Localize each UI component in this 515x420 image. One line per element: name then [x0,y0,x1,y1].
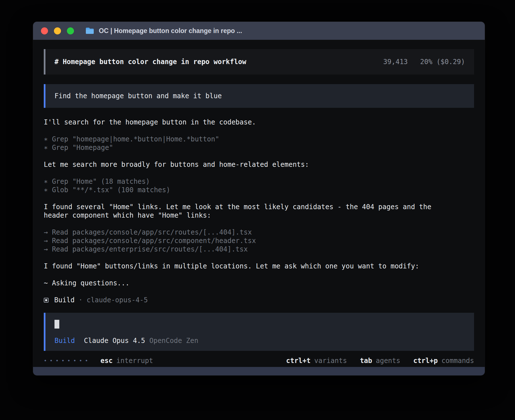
tool-call-group: → Read packages/console/app/src/routes/[… [44,228,474,253]
terminal-window: OC | Homepage button color change in rep… [33,22,485,375]
user-message-text: Find the homepage button and make it blu… [54,92,222,100]
tool-call-line: ∗ Glob "**/*.tsx" (100 matches) [44,186,474,194]
shortcut-variants: ctrl+tvariants [286,356,347,365]
shortcut-key: ctrl+p [413,356,438,365]
tool-call-text: Grep "homepage|home.*button|Home.*button… [52,135,219,143]
model-label: Claude Opus 4.5 [84,336,145,345]
agent-icon [44,298,49,303]
shortcut-agents: tabagents [360,356,400,365]
text-cursor [54,320,59,329]
tool-call-text: Grep "Home" (18 matches) [52,178,150,185]
esc-label: interrupt [116,356,153,365]
tool-prefix-icon: ∗ [44,178,48,185]
tool-call-line: → Read packages/console/app/src/componen… [44,237,474,245]
shortcut-key: tab [360,356,372,365]
shortcut-label: commands [441,356,474,365]
tool-call-text: Read packages/console/app/src/routes/[..… [52,228,252,236]
tool-call-group: ∗ Grep "homepage|home.*button|Home.*butt… [44,135,474,152]
asking-status: ~ Asking questions... [44,279,474,287]
shortcut-label: variants [314,356,347,365]
tool-call-line: ∗ Grep "homepage|home.*button|Home.*butt… [44,135,474,143]
shortcut-label: agents [376,356,400,365]
session-header: # Homepage button color change in repo w… [44,49,474,75]
agent-status-line: Build · claude-opus-4-5 [44,296,474,304]
tool-call-line: ∗ Grep "Home" (18 matches) [44,177,474,186]
tool-call-line: ∗ Grep "Homepage" [44,143,474,152]
status-bar-left: •••••••• esc interrupt [44,355,153,367]
assistant-text-line: I found several "Home" links. Let me loo… [44,203,474,220]
tool-call-group: ∗ Grep "Home" (18 matches) ∗ Glob "**/*.… [44,177,474,194]
read-arrow-icon: → [44,228,48,236]
tool-call-text: Read packages/enterprise/src/routes/[...… [52,245,248,253]
window-footer-strip [33,367,485,375]
shortcut-key: ctrl+t [286,356,311,365]
close-button[interactable] [41,27,48,34]
status-bar: •••••••• esc interrupt ctrl+tvariants ta… [44,355,474,367]
prompt-input[interactable]: Build Claude Opus 4.5 OpenCode Zen [44,313,474,351]
assistant-text: I found several "Home" links. Let me loo… [44,203,474,220]
agent-icon-inner [45,299,47,301]
tool-prefix-icon: ∗ [44,186,48,194]
token-count: 39,413 [383,58,408,66]
status-bar-right: ctrl+tvariants tabagents ctrl+pcommands [273,356,474,365]
folder-icon [85,27,94,34]
tool-call-text: Grep "Homepage" [52,144,113,152]
assistant-text-line: I'll search for the homepage button in t… [44,118,474,126]
session-title: # Homepage button color change in repo w… [54,58,246,66]
tool-call-text: Glob "**/*.tsx" (100 matches) [52,186,170,194]
traffic-lights [41,27,74,34]
input-status-row: Build Claude Opus 4.5 OpenCode Zen [54,336,465,345]
tool-call-line: → Read packages/enterprise/src/routes/[.… [44,245,474,253]
shortcut-commands: ctrl+pcommands [413,356,474,365]
assistant-text: I found "Home" buttons/links in multiple… [44,262,474,270]
minimize-button[interactable] [54,27,61,34]
titlebar[interactable]: OC | Homepage button color change in rep… [33,22,485,40]
mode-label: Build [54,336,75,345]
tool-call-line: → Read packages/console/app/src/routes/[… [44,228,474,237]
spinner-dots-icon: •••••••• [44,355,91,367]
window-title: OC | Homepage button color change in rep… [99,27,242,35]
read-arrow-icon: → [44,237,48,245]
read-arrow-icon: → [44,245,48,253]
zoom-button[interactable] [67,27,74,34]
tool-call-text: Read packages/console/app/src/component/… [52,237,256,245]
assistant-text: Let me search more broadly for buttons a… [44,160,474,169]
assistant-text: I'll search for the homepage button in t… [44,118,474,126]
provider-label: OpenCode Zen [149,336,198,345]
user-message: Find the homepage button and make it blu… [44,84,474,108]
agent-name: Build [54,296,75,304]
tool-prefix-icon: ∗ [44,135,48,143]
asking-status-text: ~ Asking questions... [44,279,474,287]
assistant-text-line: Let me search more broadly for buttons a… [44,160,474,169]
assistant-text-line: I found "Home" buttons/links in multiple… [44,262,474,270]
agent-model: claude-opus-4-5 [87,296,148,304]
tool-prefix-icon: ∗ [44,144,48,152]
terminal-content: # Homepage button color change in repo w… [33,40,485,367]
context-usage: 20% ($0.29) [420,58,465,66]
esc-key: esc [101,356,113,365]
separator-dot-icon: · [78,296,82,304]
session-meta: 39,41320% ($0.29) [383,58,465,66]
